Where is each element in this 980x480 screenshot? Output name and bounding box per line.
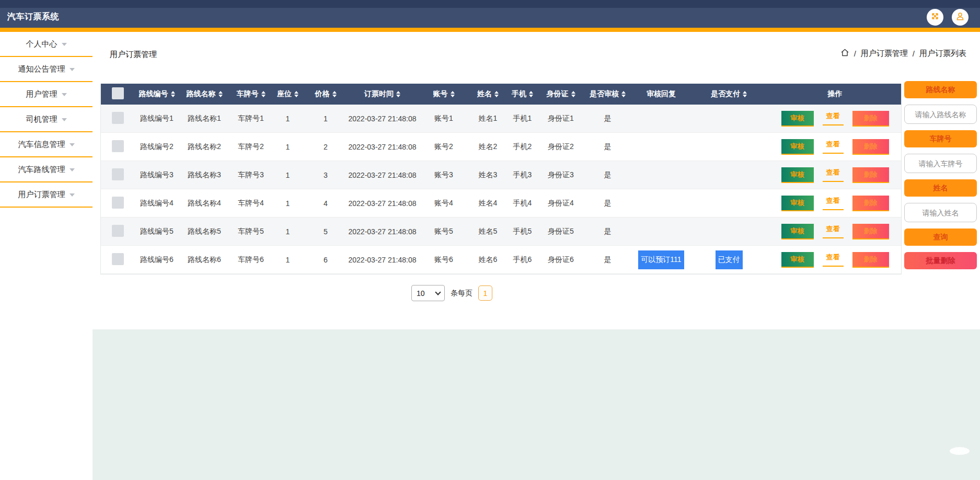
audit-button[interactable]: 审核 — [781, 139, 814, 155]
audit-button[interactable]: 审核 — [781, 252, 814, 268]
sort-icon[interactable] — [261, 91, 266, 97]
name-input[interactable] — [904, 203, 977, 222]
cell-account: 账号1 — [417, 105, 471, 133]
delete-button[interactable]: 删除 — [852, 167, 889, 183]
delete-button[interactable]: 删除 — [852, 139, 889, 155]
row-checkbox[interactable] — [112, 253, 124, 265]
cell-idcard: 身份证5 — [540, 218, 582, 246]
delete-button[interactable]: 删除 — [852, 224, 889, 239]
delete-button[interactable]: 删除 — [852, 252, 889, 268]
audit-button[interactable]: 审核 — [781, 224, 814, 239]
sort-icon[interactable] — [571, 91, 575, 97]
filter-name-button[interactable]: 姓名 — [904, 179, 977, 197]
view-link[interactable]: 查看 — [823, 140, 844, 154]
sort-icon[interactable] — [529, 91, 533, 97]
view-link[interactable]: 查看 — [823, 196, 844, 210]
cell-seat: 1 — [272, 133, 303, 161]
route-name-input[interactable] — [904, 105, 977, 124]
sidebar-item-personal-center[interactable]: 个人中心 — [0, 32, 93, 57]
view-link[interactable]: 查看 — [823, 253, 844, 267]
cell-route-name: 路线名称1 — [179, 105, 229, 133]
view-link[interactable]: 查看 — [823, 111, 844, 125]
sort-icon[interactable] — [294, 91, 298, 97]
view-link[interactable]: 查看 — [823, 224, 844, 238]
row-checkbox[interactable] — [112, 225, 124, 237]
column-header[interactable]: 路线编号 — [139, 89, 168, 99]
sidebar-item-user-management[interactable]: 用户管理 — [0, 82, 93, 107]
cell-route-no: 路线编号3 — [134, 161, 179, 189]
cell-audited: 是 — [582, 189, 633, 218]
column-header[interactable]: 价格 — [315, 89, 330, 99]
cell-idcard: 身份证2 — [540, 133, 582, 161]
delete-button[interactable]: 删除 — [852, 111, 889, 127]
delete-button[interactable]: 删除 — [852, 196, 889, 211]
review-reply-badge: 可以预订111 — [638, 250, 684, 269]
row-checkbox[interactable] — [112, 197, 124, 209]
sort-icon[interactable] — [332, 91, 337, 97]
audit-button[interactable]: 审核 — [781, 167, 814, 183]
cell-phone: 手机6 — [505, 246, 540, 274]
sidebar-item-car-info-management[interactable]: 汽车信息管理 — [0, 132, 93, 157]
fullscreen-button[interactable] — [927, 9, 943, 26]
audit-button[interactable]: 审核 — [781, 111, 814, 127]
column-header[interactable]: 座位 — [277, 89, 292, 99]
sidebar-item-car-route-management[interactable]: 汽车路线管理 — [0, 157, 93, 182]
row-checkbox[interactable] — [112, 168, 124, 180]
breadcrumb-item[interactable]: 用户订票管理 — [861, 49, 908, 59]
sidebar-item-user-ticket-management[interactable]: 用户订票管理 — [0, 182, 93, 208]
sidebar-item-driver-management[interactable]: 司机管理 — [0, 107, 93, 132]
cell-time: 2022-03-27 21:48:08 — [348, 105, 417, 133]
filter-route-name-button[interactable]: 路线名称 — [904, 81, 977, 98]
app-title: 汽车订票系统 — [7, 12, 59, 22]
audit-button[interactable]: 审核 — [781, 196, 814, 211]
breadcrumb-item[interactable]: 用户订票列表 — [919, 49, 966, 59]
cell-reply — [633, 105, 689, 133]
user-menu-button[interactable] — [952, 9, 969, 26]
cell-price: 2 — [303, 133, 348, 161]
column-header[interactable]: 是否审核 — [590, 89, 619, 99]
column-header[interactable]: 订票时间 — [364, 89, 394, 99]
plate-input[interactable] — [904, 154, 977, 173]
cell-plate: 车牌号3 — [229, 161, 272, 189]
cell-account: 账号3 — [417, 161, 471, 189]
breadcrumb-separator: / — [913, 49, 915, 58]
view-link[interactable]: 查看 — [823, 168, 844, 182]
column-header[interactable]: 车牌号 — [237, 89, 259, 99]
row-checkbox[interactable] — [112, 140, 124, 152]
chevron-down-icon — [70, 143, 75, 146]
cell-paid — [689, 218, 769, 246]
select-all-checkbox[interactable] — [112, 87, 124, 99]
column-header[interactable]: 姓名 — [477, 89, 492, 99]
column-header[interactable]: 手机 — [512, 89, 526, 99]
page-size-select[interactable]: 10 — [411, 285, 445, 301]
cell-plate: 车牌号6 — [229, 246, 272, 274]
accent-bar — [0, 28, 980, 32]
column-header[interactable]: 账号 — [433, 89, 448, 99]
cell-route-no: 路线编号4 — [134, 189, 179, 218]
cell-account: 账号6 — [417, 246, 471, 274]
column-header[interactable]: 身份证 — [547, 89, 569, 99]
column-header[interactable]: 路线名称 — [187, 89, 216, 99]
sort-icon[interactable] — [218, 91, 223, 97]
breadcrumb-separator: / — [854, 49, 856, 58]
filter-plate-button[interactable]: 车牌号 — [904, 130, 977, 147]
batch-delete-button[interactable]: 批量删除 — [904, 252, 977, 269]
search-button[interactable]: 查询 — [904, 228, 977, 246]
cell-idcard: 身份证1 — [540, 105, 582, 133]
table-row: 路线编号3 路线名称3 车牌号3 1 3 2022-03-27 21:48:08… — [101, 161, 901, 189]
sort-icon[interactable] — [451, 91, 455, 97]
cell-phone: 手机3 — [505, 161, 540, 189]
cell-route-no: 路线编号6 — [134, 246, 179, 274]
column-header[interactable]: 是否支付 — [711, 89, 740, 99]
sort-icon[interactable] — [621, 91, 626, 97]
sort-icon[interactable] — [396, 91, 400, 97]
row-checkbox[interactable] — [112, 112, 124, 124]
sort-icon[interactable] — [171, 91, 175, 97]
sidebar-item-notice-management[interactable]: 通知公告管理 — [0, 57, 93, 82]
page-number-button[interactable]: 1 — [478, 285, 492, 301]
sort-icon[interactable] — [743, 91, 747, 97]
home-icon[interactable] — [840, 48, 849, 59]
cell-phone: 手机5 — [505, 218, 540, 246]
sort-icon[interactable] — [494, 91, 499, 97]
user-icon — [955, 12, 965, 23]
